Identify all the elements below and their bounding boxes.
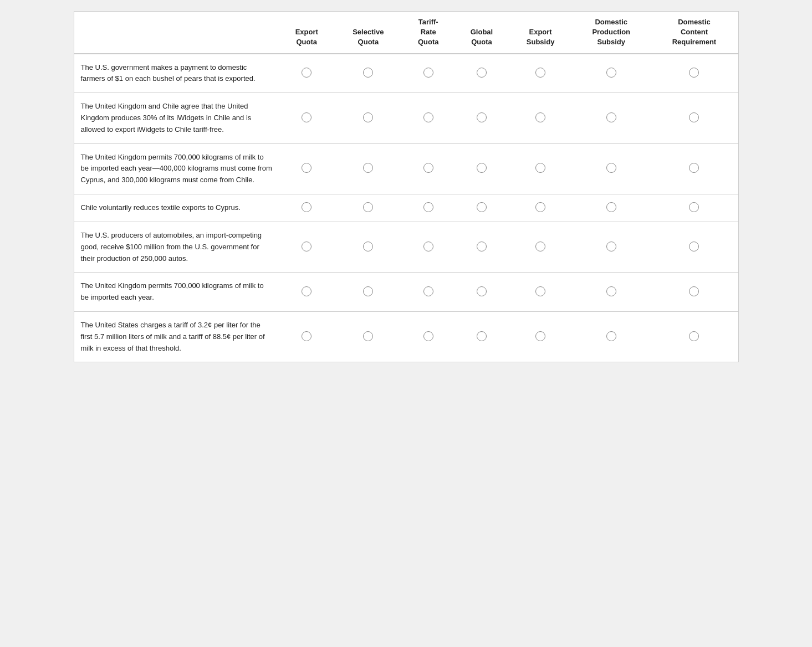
radio-6-export-subsidy[interactable] xyxy=(535,331,545,341)
main-table-wrapper: ExportQuota SelectiveQuota Tariff-RateQu… xyxy=(74,11,739,362)
radio-1-export-subsidy[interactable] xyxy=(535,112,545,122)
radio-cell-6-tariff-rate-quota xyxy=(402,311,454,362)
radio-cell-1-domestic-production-subsidy xyxy=(572,93,650,143)
scenario-cell-6: The United States charges a tariff of 3.… xyxy=(74,311,279,362)
radio-5-export-subsidy[interactable] xyxy=(535,286,545,296)
radio-cell-1-global-quota xyxy=(454,93,509,143)
radio-cell-4-domestic-content-requirement xyxy=(650,222,738,272)
radio-cell-2-tariff-rate-quota xyxy=(402,143,454,194)
radio-cell-2-global-quota xyxy=(454,143,509,194)
radio-4-domestic-content-requirement[interactable] xyxy=(689,242,699,251)
header-global-quota: GlobalQuota xyxy=(454,12,509,54)
radio-cell-2-domestic-content-requirement xyxy=(650,143,738,194)
radio-cell-3-export-quota xyxy=(279,194,335,222)
radio-cell-4-global-quota xyxy=(454,222,509,272)
radio-cell-4-selective-quota xyxy=(334,222,402,272)
radio-0-global-quota[interactable] xyxy=(477,68,487,78)
radio-6-export-quota[interactable] xyxy=(302,331,311,341)
radio-5-export-quota[interactable] xyxy=(302,286,311,296)
radio-cell-3-export-subsidy xyxy=(509,194,572,222)
radio-cell-6-export-quota xyxy=(279,311,335,362)
radio-cell-6-selective-quota xyxy=(334,311,402,362)
radio-5-domestic-production-subsidy[interactable] xyxy=(606,286,616,296)
radio-cell-5-export-quota xyxy=(279,273,335,312)
radio-2-domestic-production-subsidy[interactable] xyxy=(606,163,616,173)
radio-0-selective-quota[interactable] xyxy=(363,68,373,78)
radio-1-domestic-content-requirement[interactable] xyxy=(689,112,699,122)
radio-1-global-quota[interactable] xyxy=(477,112,487,122)
radio-4-global-quota[interactable] xyxy=(477,242,487,251)
radio-6-domestic-production-subsidy[interactable] xyxy=(606,331,616,341)
radio-4-export-subsidy[interactable] xyxy=(535,242,545,251)
radio-cell-2-selective-quota xyxy=(334,143,402,194)
radio-cell-0-export-subsidy xyxy=(509,54,572,93)
header-scenario xyxy=(74,12,279,54)
radio-cell-3-selective-quota xyxy=(334,194,402,222)
table-row: The United Kingdom permits 700,000 kilog… xyxy=(74,273,738,312)
radio-4-selective-quota[interactable] xyxy=(363,242,373,251)
radio-6-tariff-rate-quota[interactable] xyxy=(423,331,433,341)
radio-cell-6-export-subsidy xyxy=(509,311,572,362)
radio-cell-0-tariff-rate-quota xyxy=(402,54,454,93)
table-row: The United Kingdom and Chile agree that … xyxy=(74,93,738,143)
radio-cell-2-export-quota xyxy=(279,143,335,194)
radio-1-domestic-production-subsidy[interactable] xyxy=(606,112,616,122)
scenario-cell-4: The U.S. producers of automobiles, an im… xyxy=(74,222,279,272)
header-export-quota-label: ExportQuota xyxy=(295,28,318,46)
radio-5-selective-quota[interactable] xyxy=(363,286,373,296)
header-export-subsidy-label: ExportSubsidy xyxy=(527,28,555,46)
radio-3-domestic-production-subsidy[interactable] xyxy=(606,202,616,212)
radio-3-selective-quota[interactable] xyxy=(363,202,373,212)
radio-4-domestic-production-subsidy[interactable] xyxy=(606,242,616,251)
radio-4-tariff-rate-quota[interactable] xyxy=(423,242,433,251)
radio-cell-0-domestic-content-requirement xyxy=(650,54,738,93)
radio-5-global-quota[interactable] xyxy=(477,286,487,296)
radio-2-export-subsidy[interactable] xyxy=(535,163,545,173)
header-tariff-rate-quota-label: Tariff-RateQuota xyxy=(418,18,439,46)
radio-3-tariff-rate-quota[interactable] xyxy=(423,202,433,212)
radio-cell-1-domestic-content-requirement xyxy=(650,93,738,143)
radio-1-selective-quota[interactable] xyxy=(363,112,373,122)
scenario-cell-5: The United Kingdom permits 700,000 kilog… xyxy=(74,273,279,312)
radio-2-global-quota[interactable] xyxy=(477,163,487,173)
radio-3-domestic-content-requirement[interactable] xyxy=(689,202,699,212)
radio-4-export-quota[interactable] xyxy=(302,242,311,251)
radio-0-domestic-content-requirement[interactable] xyxy=(689,68,699,78)
radio-cell-2-export-subsidy xyxy=(509,143,572,194)
radio-2-export-quota[interactable] xyxy=(302,163,311,173)
header-selective-quota: SelectiveQuota xyxy=(334,12,402,54)
radio-6-domestic-content-requirement[interactable] xyxy=(689,331,699,341)
radio-cell-3-domestic-production-subsidy xyxy=(572,194,650,222)
radio-cell-4-export-subsidy xyxy=(509,222,572,272)
header-tariff-rate-quota: Tariff-RateQuota xyxy=(402,12,454,54)
radio-2-tariff-rate-quota[interactable] xyxy=(423,163,433,173)
radio-3-export-quota[interactable] xyxy=(302,202,311,212)
radio-1-tariff-rate-quota[interactable] xyxy=(423,112,433,122)
radio-0-export-quota[interactable] xyxy=(302,68,311,78)
scenario-cell-2: The United Kingdom permits 700,000 kilog… xyxy=(74,143,279,194)
radio-cell-5-global-quota xyxy=(454,273,509,312)
radio-6-global-quota[interactable] xyxy=(477,331,487,341)
header-global-quota-label: GlobalQuota xyxy=(471,28,493,46)
radio-cell-2-domestic-production-subsidy xyxy=(572,143,650,194)
radio-0-export-subsidy[interactable] xyxy=(535,68,545,78)
radio-cell-4-export-quota xyxy=(279,222,335,272)
radio-2-domestic-content-requirement[interactable] xyxy=(689,163,699,173)
radio-cell-0-export-quota xyxy=(279,54,335,93)
radio-6-selective-quota[interactable] xyxy=(363,331,373,341)
radio-cell-5-export-subsidy xyxy=(509,273,572,312)
header-domestic-content-requirement-label: DomesticContentRequirement xyxy=(672,18,716,46)
radio-3-export-subsidy[interactable] xyxy=(535,202,545,212)
radio-0-tariff-rate-quota[interactable] xyxy=(423,68,433,78)
radio-2-selective-quota[interactable] xyxy=(363,163,373,173)
header-export-quota: ExportQuota xyxy=(279,12,335,54)
header-domestic-production-subsidy-label: DomesticProductionSubsidy xyxy=(592,18,630,46)
table-row: Chile voluntarily reduces textile export… xyxy=(74,194,738,222)
scenario-cell-3: Chile voluntarily reduces textile export… xyxy=(74,194,279,222)
header-domestic-production-subsidy: DomesticProductionSubsidy xyxy=(572,12,650,54)
radio-1-export-quota[interactable] xyxy=(302,112,311,122)
radio-3-global-quota[interactable] xyxy=(477,202,487,212)
radio-5-tariff-rate-quota[interactable] xyxy=(423,286,433,296)
radio-5-domestic-content-requirement[interactable] xyxy=(689,286,699,296)
radio-0-domestic-production-subsidy[interactable] xyxy=(606,68,616,78)
